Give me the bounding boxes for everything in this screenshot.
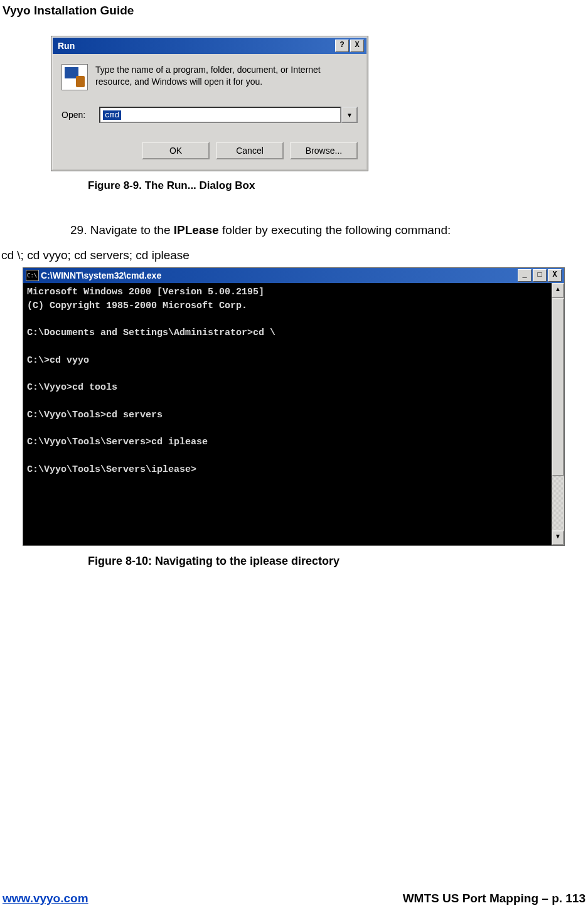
- open-combobox[interactable]: cmd ▼: [99, 107, 358, 123]
- scrollbar[interactable]: ▲ ▼: [552, 283, 564, 545]
- step-bold: IPLease: [174, 223, 219, 237]
- cmd-window-title: C:\WINNT\system32\cmd.exe: [41, 270, 516, 280]
- step-prefix: 29. Navigate to the: [70, 223, 174, 237]
- scroll-track[interactable]: [552, 298, 564, 530]
- page-content: Run ? X Type the name of a program, fold…: [0, 18, 588, 568]
- minimize-button[interactable]: _: [518, 269, 532, 282]
- run-titlebar: Run ? X: [53, 38, 366, 54]
- cmd-icon: C:\: [26, 270, 39, 281]
- close-button[interactable]: X: [548, 269, 562, 282]
- open-label: Open:: [61, 110, 99, 120]
- cmd-output: Microsoft Windows 2000 [Version 5.00.219…: [23, 283, 552, 545]
- command-line-text: cd \; cd vyyo; cd servers; cd iplease: [1, 248, 588, 262]
- scroll-up-button[interactable]: ▲: [552, 283, 564, 298]
- scroll-thumb[interactable]: [552, 298, 564, 476]
- cmd-window: C:\ C:\WINNT\system32\cmd.exe _ □ X Micr…: [23, 267, 565, 546]
- ok-button[interactable]: OK: [142, 142, 210, 159]
- open-input-value: cmd: [103, 110, 121, 120]
- figure-8-9-caption: Figure 8-9. The Run... Dialog Box: [88, 179, 588, 192]
- close-button[interactable]: X: [350, 40, 364, 52]
- cmd-titlebar: C:\ C:\WINNT\system32\cmd.exe _ □ X: [23, 268, 564, 283]
- step-suffix: folder by executing the following comman…: [219, 223, 451, 237]
- browse-button[interactable]: Browse...: [290, 142, 358, 159]
- footer-url[interactable]: www.vyyo.com: [3, 892, 88, 905]
- figure-8-10-caption: Figure 8-10: Navigating to the iplease d…: [88, 555, 588, 568]
- scroll-down-button[interactable]: ▼: [552, 530, 564, 545]
- step-29: 29. Navigate to the IPLease folder by ex…: [70, 223, 588, 237]
- help-button[interactable]: ?: [335, 40, 349, 52]
- run-description: Type the name of a program, folder, docu…: [95, 64, 346, 88]
- open-input[interactable]: cmd: [99, 107, 341, 123]
- cancel-button[interactable]: Cancel: [216, 142, 284, 159]
- chevron-down-icon[interactable]: ▼: [341, 107, 358, 123]
- run-icon: [61, 64, 88, 90]
- run-dialog-title: Run: [55, 41, 334, 51]
- maximize-button[interactable]: □: [533, 269, 547, 282]
- run-dialog: Run ? X Type the name of a program, fold…: [51, 36, 368, 171]
- page-header: Vyyo Installation Guide: [0, 0, 588, 18]
- footer-page-info: WMTS US Port Mapping – p. 113: [403, 892, 585, 905]
- page-footer: www.vyyo.com WMTS US Port Mapping – p. 1…: [3, 892, 585, 905]
